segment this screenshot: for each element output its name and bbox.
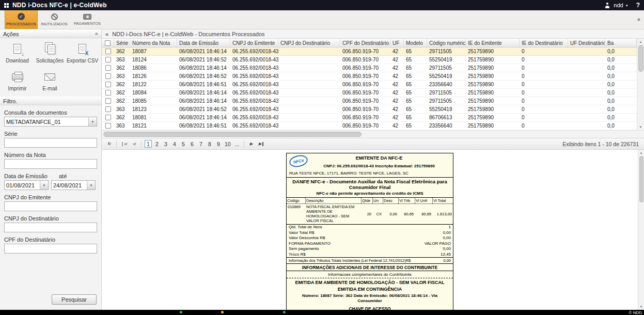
page-number[interactable]: 1: [145, 140, 152, 148]
first-page-button[interactable]: ◀: [120, 140, 128, 148]
table-row[interactable]: 3631812306/08/2021 18:46:5206.255.692/00…: [102, 105, 637, 114]
email-button[interactable]: E-mail: [34, 70, 66, 91]
table-cell: 006.850.919-70: [340, 72, 390, 80]
cpf-destinatario-input[interactable]: [4, 244, 97, 254]
column-header[interactable]: IE do Emitente: [466, 39, 520, 47]
user-menu[interactable]: ndd ▼: [614, 2, 628, 8]
column-header[interactable]: Data de Emissão: [177, 39, 230, 47]
prev-page-button[interactable]: ◀: [130, 140, 138, 148]
column-header[interactable]: Ba: [605, 39, 637, 47]
table-cell: 23356640: [427, 81, 466, 88]
table-cell: 362: [114, 89, 130, 97]
scroll-up-icon[interactable]: ▲: [639, 39, 642, 45]
combo-arrow-icon[interactable]: ▼: [88, 117, 97, 127]
row-checkbox[interactable]: [105, 57, 111, 62]
column-header[interactable]: UF Destinatário: [568, 39, 605, 47]
column-header[interactable]: CNPJ do Emitente: [230, 39, 278, 47]
scrollbar-thumb[interactable]: [103, 132, 362, 137]
scrollbar-thumb[interactable]: [638, 45, 643, 72]
column-header[interactable]: CPF do Destinatário: [340, 39, 390, 47]
page-number[interactable]: 7: [197, 140, 205, 148]
next-page-button[interactable]: ▶: [247, 140, 256, 148]
danfe-total-row: Qtd. Total de Itens1: [287, 225, 453, 230]
collapse-left-icon[interactable]: «: [105, 31, 108, 37]
tab-pagamentos[interactable]: PAGAMENTOS: [71, 10, 104, 29]
refresh-icon[interactable]: ↻: [105, 140, 113, 148]
page-number[interactable]: 9: [215, 140, 222, 148]
column-header[interactable]: Código numérico: [427, 39, 466, 47]
table-row[interactable]: 3631812406/08/2021 18:46:5206.255.692/00…: [102, 56, 637, 64]
table-cell: 0,0: [605, 105, 637, 113]
column-header[interactable]: IE do Destinatário: [520, 39, 568, 47]
consulta-input[interactable]: [4, 117, 97, 127]
page-number[interactable]: 3: [162, 140, 169, 148]
tabbar: PROCESSADOS INUTILIZADOS PAGAMENTOS »: [0, 10, 644, 29]
row-checkbox[interactable]: [105, 90, 111, 96]
download-button[interactable]: Download: [1, 42, 34, 64]
page-number[interactable]: 5: [180, 140, 187, 148]
table-cell: 06/08/2021 18:46:14: [177, 114, 230, 121]
help-button[interactable]: ?: [636, 2, 640, 9]
money-icon: [83, 14, 91, 20]
exportar-csv-button[interactable]: Exportar CSV: [66, 42, 99, 64]
numero-nota-input[interactable]: [4, 159, 97, 169]
table-row[interactable]: 3621808406/08/2021 18:46:1406.255.692/00…: [102, 89, 637, 97]
row-checkbox[interactable]: [105, 82, 111, 87]
table-row[interactable]: 3631812606/08/2021 18:46:5206.255.692/00…: [102, 72, 637, 81]
row-checkbox[interactable]: [105, 49, 111, 54]
filter-form: Consulta de documentos ▼ Série Número da…: [0, 105, 101, 254]
scroll-down-icon[interactable]: ▼: [639, 124, 642, 130]
table-cell: 65: [404, 56, 427, 64]
row-checkbox[interactable]: [105, 65, 111, 71]
column-header[interactable]: UF: [390, 39, 404, 47]
column-header[interactable]: CNPJ do Destinatário: [278, 39, 340, 47]
preview-vertical-scrollbar[interactable]: ▲ ▼: [638, 150, 644, 310]
page-number[interactable]: 4: [171, 140, 178, 148]
row-checkbox[interactable]: [105, 98, 111, 104]
imprimir-button[interactable]: Imprimir: [1, 70, 34, 91]
row-checkbox[interactable]: [105, 123, 111, 129]
last-page-button[interactable]: ▶: [257, 140, 265, 148]
pesquisar-button[interactable]: Pesquisar: [52, 294, 97, 305]
table-row[interactable]: 3621808706/08/2021 18:46:1406.255.692/00…: [102, 48, 637, 56]
table-cell: 0,0: [605, 81, 637, 88]
calendar-arrow-icon[interactable]: ▼: [87, 180, 96, 190]
scroll-down-icon[interactable]: ▼: [640, 304, 643, 310]
select-all-checkbox[interactable]: [105, 40, 111, 46]
app-launcher-icon[interactable]: [4, 3, 9, 8]
scroll-up-icon[interactable]: ▲: [640, 150, 643, 156]
column-header[interactable]: Número da Nota: [130, 39, 177, 47]
table-row[interactable]: 3621812206/08/2021 18:46:5106.255.692/00…: [102, 81, 637, 89]
table-cell: 06/08/2021 18:46:14: [177, 89, 230, 97]
page-number[interactable]: 2: [153, 140, 161, 148]
tab-processados[interactable]: PROCESSADOS: [5, 10, 38, 29]
grid-horizontal-scrollbar[interactable]: [102, 130, 644, 138]
cnpj-emitente-input[interactable]: [4, 201, 97, 211]
row-checkbox[interactable]: [105, 73, 111, 79]
grid-vertical-scrollbar[interactable]: ▲ ▼: [637, 39, 644, 130]
page-number[interactable]: 8: [206, 140, 213, 148]
tab-inutilizados[interactable]: INUTILIZADOS: [38, 10, 71, 29]
table-row[interactable]: 3621808606/08/2021 18:46:1406.255.692/00…: [102, 64, 637, 72]
column-header[interactable]: Modelo: [404, 39, 427, 47]
row-checkbox[interactable]: [105, 115, 111, 120]
main-panel: « NDD i-Docs NFC-e | e-ColdWeb - Documen…: [102, 29, 644, 310]
scrollbar-thumb[interactable]: [639, 156, 643, 202]
serie-input[interactable]: [4, 138, 97, 148]
cnpj-destinatario-input[interactable]: [4, 223, 97, 232]
solicitacoes-button[interactable]: Solicitações: [34, 42, 66, 64]
row-checkbox[interactable]: [105, 106, 111, 112]
table-row[interactable]: 3621808106/08/2021 18:46:1406.255.692/00…: [102, 114, 637, 122]
table-row[interactable]: 3621808506/08/2021 18:46:1406.255.692/00…: [102, 97, 637, 105]
calendar-arrow-icon[interactable]: ▼: [40, 180, 49, 190]
collapse-panel-icon[interactable]: »: [635, 18, 641, 21]
download-icon: [10, 42, 25, 56]
table-cell: [278, 89, 340, 97]
page-number[interactable]: 6: [189, 140, 196, 148]
table-row[interactable]: 3631812106/08/2021 18:46:5106.255.692/00…: [102, 122, 637, 130]
check-icon: [18, 13, 25, 20]
collapse-actions-icon[interactable]: »: [94, 33, 100, 36]
column-header[interactable]: Série: [114, 39, 130, 47]
printer-icon: [10, 70, 25, 84]
page-number[interactable]: 10: [224, 140, 232, 148]
